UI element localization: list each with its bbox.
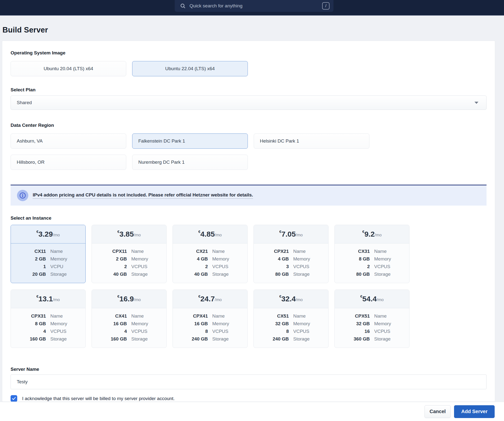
- instance-specs: CPX41Name16 GBMemory8VCPUS240 GBStorage: [173, 308, 247, 348]
- spec-row-memory: 8 GBMemory: [18, 320, 79, 327]
- spec-row-name: CPX41Name: [180, 312, 240, 320]
- instance-card-cx21[interactable]: €4.85/moCX21Name4 GBMemory2VCPUS40 GBSto…: [173, 225, 248, 283]
- spec-row-vcpus: 4VCPUS: [99, 327, 159, 335]
- plan-select[interactable]: Shared: [11, 96, 487, 110]
- instance-specs: CX21Name4 GBMemory2VCPUS40 GBStorage: [173, 243, 247, 283]
- spec-row-memory: 32 GBMemory: [342, 320, 402, 327]
- instance-card-cpx31[interactable]: €13.1/moCPX31Name8 GBMemory4VCPUS160 GBS…: [11, 290, 86, 348]
- spec-row-storage: 20 GBStorage: [18, 270, 79, 278]
- os-option-ubuntu-22-04-lts-x64[interactable]: Ubuntu 22.04 (LTS) x64: [132, 61, 248, 76]
- spec-row-storage: 80 GBStorage: [261, 270, 321, 278]
- instance-price: €3.85/mo: [92, 225, 166, 243]
- spec-row-storage: 160 GBStorage: [18, 335, 79, 343]
- region-option-nuremberg-dc-park-1[interactable]: Nuremberg DC Park 1: [132, 155, 248, 170]
- spec-row-name: CPX51Name: [342, 312, 402, 320]
- spec-row-vcpus: 8VCPUS: [180, 327, 240, 335]
- os-option-ubuntu-20-04-lts-x64[interactable]: Ubuntu 20.04 (LTS) x64: [11, 61, 126, 76]
- instance-specs: CPX51Name32 GBMemory16VCPUS360 GBStorage: [335, 308, 409, 348]
- acknowledge-checkbox[interactable]: [11, 395, 17, 402]
- server-name-label: Server Name: [11, 367, 487, 372]
- spec-row-storage: 240 GBStorage: [180, 335, 240, 343]
- instance-card-cpx21[interactable]: €7.05/moCPX21Name4 GBMemory3VCPUS80 GBSt…: [253, 225, 329, 283]
- spec-row-vcpus: 2VCPUS: [99, 263, 159, 270]
- cancel-button[interactable]: Cancel: [425, 405, 451, 418]
- instance-specs: CX11Name2 GBMemory1VCPU20 GBStorage: [11, 243, 85, 283]
- instance-card-cpx41[interactable]: €24.7/moCPX41Name16 GBMemory8VCPUS240 GB…: [173, 290, 248, 348]
- instance-card-cx11[interactable]: €3.29/moCX11Name2 GBMemory1VCPU20 GBStor…: [11, 225, 86, 283]
- instance-card-cpx11[interactable]: €3.85/moCPX11Name2 GBMemory2VCPUS40 GBSt…: [92, 225, 167, 283]
- page-title: Build Server: [2, 26, 48, 34]
- spec-row-vcpus: 3VCPUS: [261, 263, 321, 270]
- spec-row-name: CX51Name: [261, 312, 321, 320]
- instance-price: €7.05/mo: [254, 225, 328, 243]
- spec-row-name: CPX31Name: [18, 312, 79, 320]
- acknowledgement-row: I acknowledge that this server will be b…: [11, 395, 487, 402]
- spec-row-name: CX31Name: [342, 247, 402, 255]
- instance-grid: €3.29/moCX11Name2 GBMemory1VCPU20 GBStor…: [11, 225, 487, 348]
- spec-row-vcpus: 2VCPUS: [180, 263, 240, 270]
- region-option-hillsboro-or[interactable]: Hillsboro, OR: [11, 155, 126, 170]
- os-section-label: Operating System Image: [11, 50, 487, 56]
- region-option-helsinki-dc-park-1[interactable]: Helsinki DC Park 1: [254, 133, 369, 149]
- top-navbar: /: [0, 0, 504, 16]
- spec-row-memory: 2 GBMemory: [99, 255, 159, 263]
- slash-shortcut-icon: /: [322, 2, 330, 10]
- instance-price: €9.2/mo: [335, 225, 409, 243]
- chevron-down-icon: [474, 102, 478, 104]
- spec-row-storage: 360 GBStorage: [342, 335, 402, 343]
- instance-card-cx41[interactable]: €16.9/moCX41Name16 GBMemory4VCPUS160 GBS…: [92, 290, 167, 348]
- instance-specs: CPX21Name4 GBMemory3VCPUS80 GBStorage: [254, 243, 328, 283]
- spec-row-vcpus: 2VCPUS: [342, 263, 402, 270]
- instance-price: €32.4/mo: [254, 290, 328, 308]
- spec-row-memory: 16 GBMemory: [99, 320, 159, 327]
- spec-row-name: CX11Name: [18, 247, 79, 255]
- instance-price: €4.85/mo: [173, 225, 247, 243]
- spec-row-memory: 8 GBMemory: [342, 255, 402, 263]
- region-option-ashburn-va[interactable]: Ashburn, VA: [11, 133, 126, 149]
- plan-section-label: Select Plan: [11, 87, 487, 93]
- region-option-falkenstein-dc-park-1[interactable]: Falkenstein DC Park 1: [132, 133, 248, 149]
- instance-section-label: Select an Instance: [11, 215, 487, 221]
- check-icon: [12, 396, 16, 401]
- spec-row-storage: 80 GBStorage: [342, 270, 402, 278]
- info-icon: [17, 190, 28, 201]
- info-banner-link[interactable]: IPv4 addon pricing and CPU details is no…: [33, 192, 253, 199]
- spec-row-storage: 40 GBStorage: [99, 270, 159, 278]
- server-name-input[interactable]: [11, 374, 487, 389]
- spec-row-memory: 4 GBMemory: [261, 255, 321, 263]
- spec-row-memory: 16 GBMemory: [180, 320, 240, 327]
- instance-specs: CX51Name32 GBMemory8VCPUS240 GBStorage: [254, 308, 328, 348]
- spec-row-vcpus: 8VCPUS: [261, 327, 321, 335]
- search-icon: [180, 3, 186, 9]
- instance-specs: CPX31Name8 GBMemory4VCPUS160 GBStorage: [11, 308, 85, 348]
- instance-price: €13.1/mo: [11, 290, 85, 308]
- add-server-button[interactable]: Add Server: [454, 405, 495, 418]
- spec-row-name: CX41Name: [99, 312, 159, 320]
- spec-row-memory: 32 GBMemory: [261, 320, 321, 327]
- instance-card-cx31[interactable]: €9.2/moCX31Name8 GBMemory2VCPUS80 GBStor…: [334, 225, 410, 283]
- instance-specs: CX41Name16 GBMemory4VCPUS160 GBStorage: [92, 308, 166, 348]
- instance-card-cx51[interactable]: €32.4/moCX51Name32 GBMemory8VCPUS240 GBS…: [253, 290, 329, 348]
- spec-row-vcpus: 16VCPUS: [342, 327, 402, 335]
- instance-price: €16.9/mo: [92, 290, 166, 308]
- spec-row-name: CX21Name: [180, 247, 240, 255]
- info-banner: IPv4 addon pricing and CPU details is no…: [11, 185, 487, 206]
- instance-price: €3.29/mo: [11, 225, 85, 243]
- spec-row-name: CPX21Name: [261, 247, 321, 255]
- search-input[interactable]: [189, 3, 322, 9]
- spec-row-memory: 4 GBMemory: [180, 255, 240, 263]
- instance-card-cpx51[interactable]: €54.4/moCPX51Name32 GBMemory16VCPUS360 G…: [334, 290, 410, 348]
- acknowledgement-text: I acknowledge that this server will be b…: [22, 396, 175, 401]
- region-options-row: Ashburn, VAFalkenstein DC Park 1Helsinki…: [11, 133, 487, 170]
- plan-select-value: Shared: [17, 100, 474, 105]
- os-options-row: Ubuntu 20.04 (LTS) x64Ubuntu 22.04 (LTS)…: [11, 61, 487, 76]
- spec-row-name: CPX11Name: [99, 247, 159, 255]
- footer-bar: Cancel Add Server: [0, 402, 504, 421]
- build-server-card: Operating System Image Ubuntu 20.04 (LTS…: [2, 41, 495, 402]
- instance-price: €54.4/mo: [335, 290, 409, 308]
- instance-price: €24.7/mo: [173, 290, 247, 308]
- instance-specs: CX31Name8 GBMemory2VCPUS80 GBStorage: [335, 243, 409, 283]
- spec-row-storage: 40 GBStorage: [180, 270, 240, 278]
- spec-row-memory: 2 GBMemory: [18, 255, 79, 263]
- search-box[interactable]: /: [175, 0, 333, 12]
